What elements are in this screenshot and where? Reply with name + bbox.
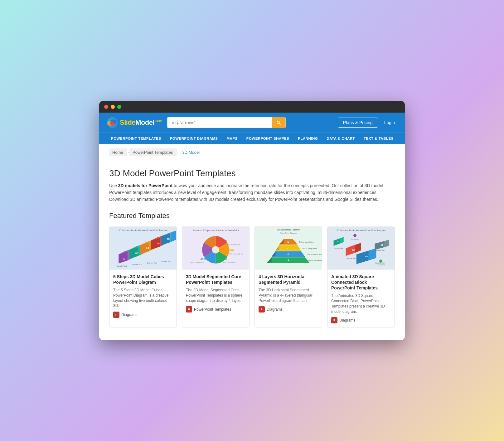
description-plain: Use [109,183,118,188]
card-tag-label-3: Diagrams [339,318,355,322]
nav-item-powerpoint-diagrams[interactable]: POWERPOINT DIAGRAMS [166,133,222,144]
svg-text:This is sample text: This is sample text [308,259,322,261]
browser-window: SlideModel.com Plans & Pricing Login POW… [99,101,405,340]
nav-item-maps[interactable]: MAPS [222,133,242,144]
card-title-0: 5 Steps 3D Model Cubes PowerPoint Diagra… [113,274,173,285]
card-body-0: 5 Steps 3D Model Cubes PowerPoint Diagra… [109,270,177,322]
svg-point-85 [379,259,382,263]
svg-text:01: 01 [123,257,126,260]
svg-point-83 [353,234,356,237]
template-card-0[interactable]: 3D Business Blocks Animated PowerPoint T… [109,226,177,328]
header-actions: Plans & Pricing Login [338,118,397,128]
breadcrumb-sep-2: › [177,150,178,155]
page-description: Use 3D models for PowerPoint to wow your… [109,182,390,203]
close-dot[interactable] [104,105,108,109]
ppt-badge-0: P [113,312,119,318]
svg-text:12%: 12% [222,240,227,243]
breadcrumb-home[interactable]: Home [109,148,127,156]
search-input[interactable] [167,117,272,128]
svg-text:3D Business Blocks Animated Po: 3D Business Blocks Animated PowerPoint T… [337,229,385,232]
browser-titlebar [99,101,405,113]
svg-text:B: B [288,253,289,256]
svg-text:28%: 28% [222,257,227,260]
card-title-2: 4 Layers 3D Horizontal Segmented Pyramid [259,274,318,285]
breadcrumb-ppt-templates[interactable]: PowerPoint Templates [129,148,177,156]
card-image-1: Advanced 3D Spherical Structure for Powe… [182,226,249,270]
description-bold: 3D models for PowerPoint [118,183,172,188]
svg-point-33 [212,246,219,253]
svg-text:03: 03 [365,255,368,258]
logo[interactable]: SlideModel.com [107,117,162,128]
svg-text:Sample Text: Sample Text [377,264,385,265]
ppt-badge-1: P [186,306,192,313]
card-tag-1: P PowerPoint Templates [186,306,245,313]
search-icon [276,120,281,125]
svg-text:02: 02 [135,251,138,254]
svg-text:This is a sample text: This is a sample text [190,262,204,263]
nav-item-powerpoint-shapes[interactable]: POWERPOINT SHAPES [242,133,294,144]
login-button[interactable]: Login [382,118,397,127]
svg-text:This is a sample text: This is a sample text [226,244,240,245]
svg-text:Advanced 3D Spherical Structur: Advanced 3D Spherical Structure for Powe… [193,229,239,232]
card-desc-3: The Animated 3D Square Connected Block P… [331,293,391,314]
ppt-badge-2: P [259,306,265,313]
svg-text:Sample Text: Sample Text [117,265,127,267]
nav-item-powerpoint-templates[interactable]: POWERPOINT TEMPLATES [107,133,166,144]
card-image-2: 3D Segmented Pyramid PowerPoint Diagram … [255,226,322,270]
svg-text:03: 03 [146,247,149,250]
card-desc-0: The 5 Steps 3D Model Cubes PowerPoint Di… [113,288,173,308]
content-area: Home › PowerPoint Templates › 3D Model 3… [99,144,405,340]
breadcrumb: Home › PowerPoint Templates › 3D Model [109,144,395,161]
card-tag-0: P Diagrams [113,312,173,318]
card-image-3: 3D Business Blocks Animated PowerPoint T… [327,226,395,270]
svg-text:A: A [288,259,289,262]
card-tag-label-1: PowerPoint Templates [194,307,231,312]
minimize-dot[interactable] [111,105,115,109]
svg-text:C: C [288,247,289,250]
site-header: SlideModel.com Plans & Pricing Login [99,113,405,133]
card-tag-3: P Diagrams [331,317,391,323]
template-card-1[interactable]: Advanced 3D Spherical Structure for Powe… [182,226,250,328]
breadcrumb-current: 3D Model [179,148,203,156]
breadcrumb-sep-1: › [128,150,129,155]
svg-text:Sample Text: Sample Text [132,263,142,265]
nav-item-text-tables[interactable]: TEXT & TABLES [359,133,398,144]
card-image-0: 3D Business Blocks Animated PowerPoint T… [109,226,177,270]
svg-text:Sample Text: Sample Text [351,238,359,240]
template-card-2[interactable]: 3D Segmented Pyramid PowerPoint Diagram … [254,226,322,328]
svg-text:35%: 35% [229,249,235,252]
card-desc-1: The 3D Model Segmented Core PowerPoint T… [186,288,245,303]
card-tag-2: P Diagrams [259,306,318,313]
card-title-1: 3D Model Segmented Core PowerPoint Templ… [186,274,245,285]
svg-text:01: 01 [337,240,340,242]
nav-item-planning[interactable]: PLANNING [293,133,322,144]
svg-text:04: 04 [157,242,160,245]
svg-text:25%: 25% [201,257,206,260]
svg-point-3 [110,122,115,126]
nav-item-data-chart[interactable]: DATA & CHART [322,133,359,144]
svg-text:This is a sample text: This is a sample text [229,253,243,254]
svg-text:04: 04 [380,244,383,246]
svg-text:Sample Text: Sample Text [147,262,158,264]
templates-grid: 3D Business Blocks Animated PowerPoint T… [109,226,395,328]
card-desc-2: The 3D Horizontal Segmented Pyramid is a… [259,288,318,303]
svg-text:This is sample text: This is sample text [299,241,314,243]
svg-text:Sample Text: Sample Text [346,257,356,259]
svg-text:05: 05 [167,237,170,240]
card-body-3: Animated 3D Square Connected Block Power… [327,270,395,327]
search-bar [167,117,286,128]
svg-text:This is a sample text: This is a sample text [222,262,236,263]
svg-text:Sample Text: Sample Text [161,260,171,262]
site-nav: POWERPOINT TEMPLATES POWERPOINT DIAGRAMS… [99,133,405,144]
search-button[interactable] [272,117,285,128]
svg-text:3D Segmented Pyramid: 3D Segmented Pyramid [277,229,300,231]
card-tag-label-0: Diagrams [121,313,137,317]
maximize-dot[interactable] [117,105,121,109]
template-card-3[interactable]: 3D Business Blocks Animated PowerPoint T… [327,226,395,328]
ppt-badge-3: P [331,317,337,323]
svg-text:Sample Text: Sample Text [375,249,385,251]
svg-text:This is sample text: This is sample text [307,254,322,255]
svg-text:PowerPoint Diagram: PowerPoint Diagram [280,232,297,234]
logo-text: SlideModel.com [120,119,162,127]
plans-pricing-button[interactable]: Plans & Pricing [338,118,378,128]
